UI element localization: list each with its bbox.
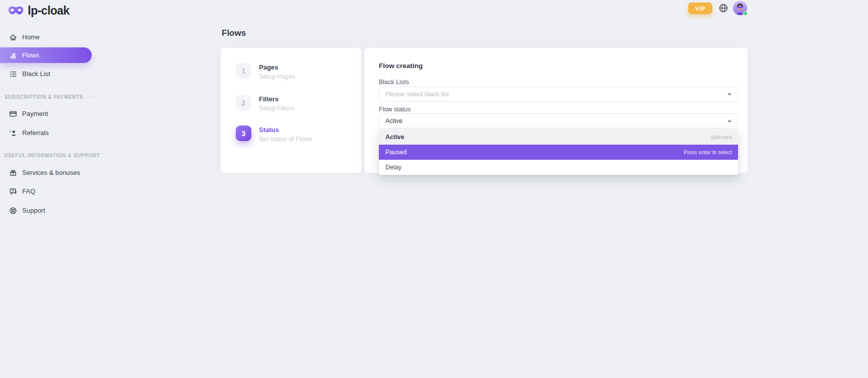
sidebar-item-home[interactable]: Home: [0, 29, 101, 45]
step-filters[interactable]: 2 Filters Setup Filters: [236, 95, 294, 112]
sidebar-item-support[interactable]: Support: [0, 203, 101, 218]
mask-logo-icon: [8, 5, 24, 17]
step-title: Status: [259, 125, 312, 134]
sidebar-item-label: Services & bonuses: [22, 169, 80, 176]
app-title: lp-cloak: [28, 4, 70, 18]
sidebar-item-label: Support: [22, 207, 45, 214]
step-number: 1: [236, 63, 251, 79]
stepper-card: 1 Pages Setup Pages 2 Filters Setup Filt…: [221, 48, 362, 173]
home-icon: [9, 33, 17, 41]
step-number: 3: [236, 125, 251, 141]
sidebar-section-support: USEFUL INFORMATION & SUPPORT: [4, 153, 103, 158]
section-divider-line: [0, 97, 3, 97]
sidebar-item-payment[interactable]: Payment: [0, 106, 101, 121]
list-icon: [9, 70, 17, 78]
section-title: SUBSCRIPTION & PAYMENTS: [5, 94, 83, 100]
step-number: 2: [236, 95, 251, 110]
chevron-up-icon: [727, 119, 731, 122]
sidebar-item-black-list[interactable]: Black List: [0, 66, 101, 82]
section-divider-line: [87, 97, 99, 97]
step-title: Pages: [259, 63, 295, 71]
option-delay[interactable]: Delay: [379, 160, 738, 175]
step-subtitle: Setup Filters: [259, 105, 294, 112]
option-hint: Selected: [710, 134, 732, 140]
section-title: USEFUL INFORMATION & SUPPORT: [4, 153, 100, 158]
page-title: Flows: [222, 28, 246, 38]
option-label: Paused: [385, 149, 407, 156]
language-globe-icon[interactable]: [719, 4, 728, 13]
credit-card-icon: [9, 110, 17, 118]
black-lists-placeholder: Please select black list: [385, 91, 449, 98]
flow-status-dropdown: Active Selected Paused Press enter to se…: [379, 130, 738, 175]
option-active[interactable]: Active Selected: [379, 130, 738, 145]
sidebar-item-referrals[interactable]: Referrals: [0, 125, 101, 141]
sidebar-item-label: Payment: [22, 110, 48, 117]
sidebar-section-subscription: SUBSCRIPTION & PAYMENTS: [0, 94, 99, 100]
sidebar-item-label: Black List: [22, 70, 50, 78]
person-add-icon: [9, 129, 17, 137]
sidebar-item-label: Referrals: [22, 129, 49, 137]
sidebar-item-label: FAQ: [22, 187, 35, 195]
svg-text:?!: ?!: [12, 188, 15, 192]
lifebuoy-icon: [9, 207, 17, 215]
flow-creating-panel: Flow creating Black Lists Please select …: [364, 48, 748, 173]
sidebar-item-flows[interactable]: Flows: [0, 47, 92, 63]
faq-chat-icon: ?!: [9, 187, 17, 196]
sidebar-item-label: Home: [22, 33, 40, 41]
sidebar-item-services[interactable]: Services & bonuses: [0, 165, 101, 180]
gift-icon: [9, 169, 17, 177]
option-label: Active: [385, 134, 405, 141]
step-title: Filters: [259, 95, 294, 103]
option-paused[interactable]: Paused Press enter to select: [379, 145, 738, 160]
form-title: Flow creating: [379, 62, 423, 70]
step-pages[interactable]: 1 Pages Setup Pages: [236, 63, 295, 80]
option-label: Delay: [385, 164, 402, 171]
option-hint: Press enter to select: [684, 149, 732, 155]
step-subtitle: Setup Pages: [259, 73, 295, 80]
vip-button[interactable]: VIP: [688, 3, 712, 14]
flow-status-value: Active: [385, 117, 403, 124]
online-status-dot: [743, 11, 748, 16]
user-avatar[interactable]: [733, 1, 747, 15]
black-lists-label: Black Lists: [379, 79, 409, 86]
step-subtitle: Set status of Flows: [259, 136, 312, 143]
black-lists-select[interactable]: Please select black list: [379, 87, 738, 102]
sidebar-item-label: Flows: [22, 51, 39, 59]
flow-status-select[interactable]: Active: [379, 113, 738, 129]
sidebar-item-faq[interactable]: ?! FAQ: [0, 183, 101, 199]
flow-status-label: Flow status: [379, 106, 411, 113]
app-logo[interactable]: lp-cloak: [8, 4, 70, 18]
flows-stack-icon: [9, 51, 17, 59]
step-status[interactable]: 3 Status Set status of Flows: [236, 125, 312, 143]
chevron-down-icon: [727, 93, 731, 96]
